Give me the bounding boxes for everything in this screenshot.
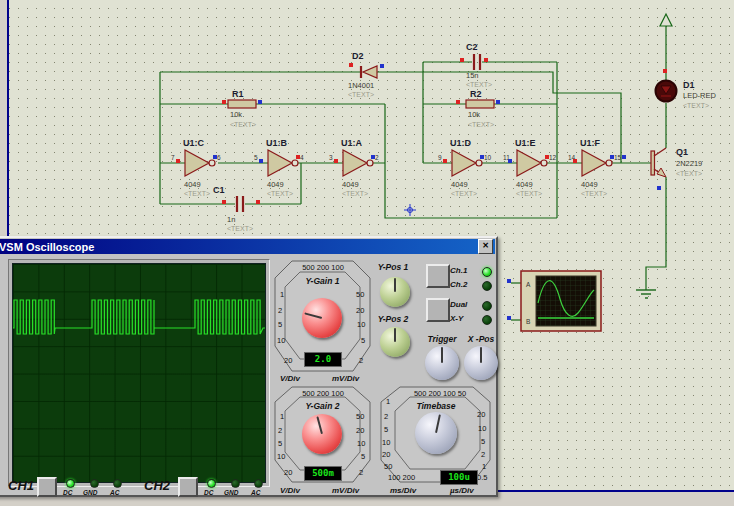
svg-text:Q1: Q1: [676, 147, 688, 157]
ch2-coupling-button[interactable]: [178, 477, 198, 497]
svg-text:C1: C1: [213, 185, 225, 195]
svg-text:<TEXT>: <TEXT>: [468, 121, 494, 128]
channel-select-button-1[interactable]: [426, 264, 450, 288]
svg-text:D1: D1: [683, 80, 695, 90]
svg-text:U1:B: U1:B: [266, 138, 288, 148]
gain2-unit-right: mV/Div: [332, 486, 359, 495]
timebase-panel: 500 200 100 50 Timebase 1 2 5 10 20 50 1…: [380, 386, 492, 483]
ch2-dc-led: [207, 479, 216, 488]
svg-text:<TEXT>: <TEXT>: [184, 190, 210, 197]
svg-text:<TEXT>: <TEXT>: [348, 91, 374, 98]
ygain2-knob[interactable]: [302, 414, 342, 454]
ch1-coupling-button[interactable]: [37, 477, 57, 497]
svg-text:<TEXT>: <TEXT>: [267, 190, 293, 197]
gain1-label: Y-Gain 1: [274, 276, 371, 286]
led-D1[interactable]: D1 LED-RED <TEXT>: [656, 80, 717, 109]
trigger-knob[interactable]: [425, 346, 459, 380]
timebase-unit-right: µs/Div: [450, 486, 474, 495]
ygain2-panel: 500 200 100 Y-Gain 2 1 2 5 10 20 50 20 1…: [274, 386, 371, 483]
gain1-unit-right: mV/Div: [332, 374, 359, 383]
svg-text:4049: 4049: [581, 180, 598, 189]
svg-text:3: 3: [329, 154, 333, 161]
mode-ch1-led: [482, 267, 492, 277]
gain1-scale-tick: 10: [277, 336, 285, 345]
diode-D2[interactable]: D2 1N4001 <TEXT>: [348, 51, 377, 98]
gain2-mv-top-scale: 500 200 100: [288, 389, 358, 398]
inverter-gate-U1F[interactable]: U1:F4049<TEXT>1415: [568, 138, 622, 197]
svg-text:1N4001: 1N4001: [348, 81, 374, 90]
origin-marker: [404, 204, 416, 216]
timebase-scale-tick: 50: [384, 462, 392, 471]
svg-text:4: 4: [300, 154, 304, 161]
inverter-gate-U1E[interactable]: U1:E4049<TEXT>1112: [503, 138, 557, 197]
gain2-scale-tick: 2: [278, 426, 282, 435]
resistor-R2[interactable]: R2 10k <TEXT>: [466, 89, 494, 128]
gain2-scale-tick: 2: [359, 468, 363, 477]
capacitor-C1[interactable]: C1 1n <TEXT>: [213, 185, 253, 232]
ch1-ac-led: [113, 479, 122, 488]
oscilloscope-instrument[interactable]: A B: [511, 271, 601, 331]
gain1-scale-tick: 2: [278, 306, 282, 315]
timebase-scale-tick: 100 200: [388, 473, 422, 482]
timebase-top-scale: 500 200 100 50: [404, 389, 476, 398]
ypos1-label: Y-Pos 1: [362, 262, 424, 272]
ch1-dc-led: [66, 479, 75, 488]
ygain1-knob[interactable]: [302, 298, 342, 338]
gain1-scale-tick: 5: [361, 336, 365, 345]
ch2-ac-led: [254, 479, 263, 488]
mode-xy-led: [482, 315, 492, 325]
ground-symbol[interactable]: [636, 290, 656, 298]
svg-text:R1: R1: [232, 89, 244, 99]
ygain2-readout: 500m: [304, 466, 342, 481]
inverter-gate-U1D[interactable]: U1:D4049<TEXT>910: [438, 138, 492, 197]
power-symbol[interactable]: [660, 14, 672, 26]
timebase-scale-tick: 2: [384, 412, 388, 421]
channel-select-button-2[interactable]: [426, 298, 450, 322]
xpos-knob[interactable]: [464, 346, 498, 380]
capacitor-C2[interactable]: C2 15n <TEXT>: [466, 42, 492, 88]
timebase-readout: 100u: [440, 470, 478, 485]
transistor-Q1[interactable]: Q1 2N2219 <TEXT>: [651, 147, 702, 177]
inverter-gate-U1A[interactable]: U1:A4049<TEXT>32: [329, 138, 379, 197]
svg-text:10: 10: [484, 154, 492, 161]
mode-ch2-led: [482, 281, 492, 291]
gain2-scale-tick: 10: [277, 452, 285, 461]
svg-text:<TEXT>: <TEXT>: [676, 170, 702, 177]
svg-text:4049: 4049: [184, 180, 201, 189]
svg-text:<TEXT>: <TEXT>: [581, 190, 607, 197]
timebase-knob[interactable]: [415, 412, 457, 454]
window-titlebar[interactable]: VSM Oscilloscope: [0, 239, 495, 254]
timebase-scale-tick: 2: [481, 450, 485, 459]
ypos2-label: Y-Pos 2: [362, 314, 424, 324]
svg-text:<TEXT>: <TEXT>: [516, 190, 542, 197]
svg-text:D2: D2: [352, 51, 364, 61]
mode-dual-led: [482, 301, 492, 311]
timebase-scale-tick: 10: [382, 438, 390, 447]
close-button[interactable]: ✕: [478, 239, 493, 254]
mode-ch2-label: Ch.2: [450, 280, 467, 289]
timebase-scale-tick: 5: [481, 437, 485, 446]
svg-text:U1:E: U1:E: [515, 138, 536, 148]
ypos1-knob[interactable]: [380, 277, 410, 307]
mode-dual-label: Dual: [450, 300, 467, 309]
gain1-scale-tick: 5: [278, 320, 282, 329]
xpos-label: X -Pos: [458, 334, 504, 344]
gain2-scale-tick: 5: [278, 439, 282, 448]
timebase-scale-tick: 20: [382, 450, 390, 459]
ypos2-knob[interactable]: [380, 327, 410, 357]
gain2-scale-tick: 10: [357, 439, 365, 448]
gain2-scale-tick: 5: [361, 452, 365, 461]
svg-text:4049: 4049: [342, 180, 359, 189]
svg-text:LED-RED: LED-RED: [683, 91, 717, 100]
resistor-R1[interactable]: R1 10k <TEXT>: [228, 89, 256, 128]
inverter-gate-U1B[interactable]: U1:B4049<TEXT>54: [254, 138, 304, 197]
svg-text:<TEXT>: <TEXT>: [227, 225, 253, 232]
svg-text:U1:C: U1:C: [183, 138, 205, 148]
ch2-gnd-led: [231, 479, 240, 488]
svg-text:4049: 4049: [451, 180, 468, 189]
ch1-ac-label: AC: [110, 489, 119, 496]
ygain1-panel: 500 200 100 Y-Gain 1 1 2 5 10 20 50 20 1…: [274, 260, 371, 372]
ygain1-readout: 2.0: [304, 352, 342, 367]
close-icon: ✕: [482, 241, 489, 250]
timebase-scale-tick: 1: [386, 397, 390, 406]
